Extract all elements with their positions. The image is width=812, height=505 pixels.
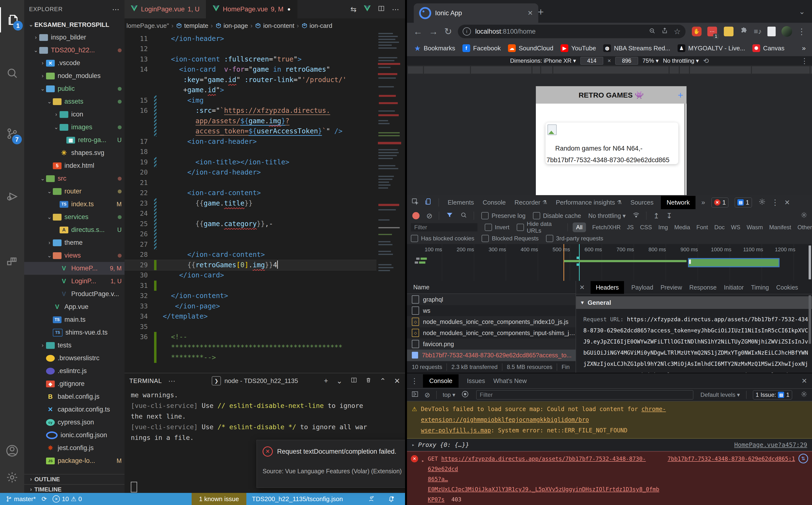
- network-settings-icon[interactable]: [800, 211, 808, 220]
- network-search-icon[interactable]: [460, 211, 467, 220]
- disable-cache-checkbox[interactable]: Disable cache: [533, 212, 581, 219]
- site-info-icon[interactable]: i: [463, 27, 471, 36]
- terminal-session[interactable]: ❯ node - TDS200_h22_1135: [212, 376, 298, 385]
- devtools-tab-sources[interactable]: Sources: [630, 199, 653, 206]
- back-icon[interactable]: ←: [413, 26, 422, 37]
- request-row[interactable]: ws: [407, 305, 575, 316]
- run-debug-icon[interactable]: [0, 184, 24, 209]
- console-sidebar-icon[interactable]: [411, 390, 419, 399]
- request-row[interactable]: 7bb17bf7-7532-4348-8730-629e62dcd865?acc…: [407, 350, 575, 361]
- clear-network-icon[interactable]: ⊘: [426, 212, 432, 220]
- console-log-proxy[interactable]: ▸ Proxy {0: {…}} HomePage.vue?a457:29: [407, 439, 812, 451]
- filter-pill-other[interactable]: Other: [798, 224, 812, 231]
- tab-homepage[interactable]: HomePage.vue9, M ●: [207, 0, 297, 18]
- bookmark-nba[interactable]: ◍NBA Streams Red...: [603, 44, 670, 52]
- browser-tab[interactable]: Ionic App ✕: [414, 3, 538, 23]
- puzzle-extensions-icon[interactable]: [739, 27, 748, 36]
- drawer-tab-what-s-new[interactable]: What's New: [494, 377, 527, 385]
- code-line-24[interactable]: 24: [125, 208, 377, 219]
- details-tab-initiator[interactable]: Initiator: [724, 284, 744, 291]
- extension-badge-icon[interactable]: ⋯1: [707, 27, 717, 36]
- explorer-item-theme[interactable]: ›theme: [24, 236, 125, 249]
- code-line[interactable]: +game.id">: [125, 85, 377, 96]
- filter-pill-all[interactable]: All: [573, 222, 586, 232]
- code-line-11[interactable]: 11 </ion-header>: [125, 34, 377, 44]
- details-tab-headers[interactable]: Headers: [590, 281, 624, 294]
- code-line-19[interactable]: 19 <ion-title></ion-title>: [125, 157, 377, 168]
- explorer-item-jest-config-js[interactable]: ✸jest.config.js: [24, 442, 125, 455]
- details-tab-response[interactable]: Response: [689, 284, 717, 291]
- code-line-17[interactable]: 17 <ion-card-header>: [125, 137, 377, 147]
- breadcrumb-ion-card[interactable]: ion-card: [301, 22, 332, 29]
- filter-pill-img[interactable]: Img: [658, 224, 668, 231]
- filter-pill-doc[interactable]: Doc: [714, 224, 725, 231]
- explorer-item-shapes-svg[interactable]: ✳shapes.svg: [24, 147, 125, 159]
- feedback-icon[interactable]: [368, 493, 376, 505]
- maximize-panel-icon[interactable]: ⌃: [380, 377, 386, 385]
- breadcrumb-ion-content[interactable]: ion-content: [255, 22, 294, 29]
- forward-icon[interactable]: →: [429, 26, 438, 37]
- request-row[interactable]: graphql: [407, 294, 575, 305]
- explorer-item-router[interactable]: ⌄router: [24, 185, 125, 198]
- explorer-item-homep-[interactable]: VHomeP...9, M: [24, 262, 125, 275]
- details-tab-timing[interactable]: Timing: [751, 284, 769, 291]
- source-control-icon[interactable]: 7: [0, 121, 24, 146]
- explorer-item--browserslistrc[interactable]: .browserslistrc: [24, 352, 125, 365]
- code-line-33[interactable]: 33 </ion-page>: [125, 301, 377, 312]
- explorer-item-package-lo-[interactable]: JSpackage-lo...M: [24, 455, 125, 467]
- bookmark-tv[interactable]: ♟MYGOALTV - Live...: [678, 44, 745, 52]
- explorer-item-tests[interactable]: ›tests: [24, 339, 125, 352]
- rotate-icon[interactable]: ⟲: [703, 57, 709, 65]
- devtools-close-icon[interactable]: ✕: [784, 198, 790, 206]
- device-toggle-icon[interactable]: [424, 198, 432, 207]
- download-circle-icon[interactable]: ⇅: [798, 454, 808, 463]
- explorer-item-babel-config-js[interactable]: Bbabel.config.js: [24, 390, 125, 403]
- explorer-item-inspo-bilder[interactable]: ›inspo_bilder: [24, 31, 125, 44]
- terminal-title[interactable]: TERMINAL: [129, 377, 162, 384]
- bookmark-yt[interactable]: ▶YouTube: [561, 44, 596, 52]
- branch-indicator[interactable]: master*: [6, 495, 36, 503]
- new-tab-icon[interactable]: +: [538, 6, 544, 18]
- code-line-29[interactable]: 29 {{retroGames[0].img}}4: [125, 260, 377, 271]
- tab-close-icon[interactable]: ✕: [527, 9, 533, 17]
- explorer-item-src[interactable]: ⌄src: [24, 172, 125, 185]
- blocked-requests-checkbox[interactable]: Blocked Requests: [482, 235, 539, 242]
- code-line-23[interactable]: 23 {{game.title}}: [125, 198, 377, 209]
- game-card[interactable]: Random games for N64 N64,- 7bb17bf7-7532…: [546, 123, 678, 164]
- tab-search-icon[interactable]: ⌄: [799, 7, 805, 16]
- filter-pill-font[interactable]: Font: [696, 224, 708, 231]
- request-row[interactable]: ◇node_modules_ionic_core_components_inde…: [407, 316, 575, 327]
- explorer-item-index-ts[interactable]: TSindex.tsM: [24, 198, 125, 211]
- devtools-overflow-icon[interactable]: »: [701, 198, 705, 206]
- name-column-header[interactable]: Name: [413, 284, 429, 291]
- sync-icon[interactable]: ⟳: [42, 495, 47, 503]
- console-warning[interactable]: ⚠ DevTools failed to load source map: Co…: [407, 401, 812, 439]
- explorer-item-tds200-h22-[interactable]: ⌄TDS200_h22...: [24, 44, 125, 57]
- settings-gear-icon[interactable]: [0, 465, 24, 490]
- code-line-12[interactable]: 12: [125, 44, 377, 54]
- breadcrumb-lomePage-vue-[interactable]: lomePage.vue": [126, 22, 169, 29]
- explorer-item--vscode[interactable]: ›✕.vscode: [24, 57, 125, 69]
- bookmark-fb[interactable]: fFacebook: [462, 44, 501, 52]
- device-width-input[interactable]: 414: [580, 57, 603, 65]
- details-tab-payload[interactable]: Payload: [631, 284, 653, 291]
- bookmark-star-icon[interactable]: ☆: [674, 27, 681, 36]
- adblock-extension-icon[interactable]: ✋: [692, 27, 701, 36]
- code-line-15[interactable]: 15 <img: [125, 96, 377, 106]
- drawer-menu-icon[interactable]: ⋮: [411, 377, 418, 385]
- device-dimensions-select[interactable]: Dimensions: iPhone XR ▾: [510, 57, 576, 64]
- close-panel-icon[interactable]: ✕: [394, 377, 400, 385]
- timeline-section[interactable]: › TIMELINE: [24, 484, 125, 493]
- dirty-dot-icon[interactable]: ●: [287, 6, 290, 12]
- error-source-link[interactable]: 7bb17bf7-7532-4348-8730-629e62dcd865:1: [668, 454, 795, 505]
- code-line-18[interactable]: 18: [125, 147, 377, 157]
- explorer-item-cypress-json[interactable]: cycypress.json: [24, 416, 125, 429]
- zoom-out-icon[interactable]: [649, 27, 656, 36]
- device-height-input[interactable]: 896: [615, 57, 638, 65]
- accounts-icon[interactable]: [0, 438, 24, 463]
- code-line-22[interactable]: 22 <ion-card-content>: [125, 188, 377, 198]
- page-scrollbar[interactable]: [684, 104, 686, 195]
- code-line[interactable]: ****************************************…: [125, 342, 377, 353]
- explorer-item-retro-ga-[interactable]: ▦retro-ga...U: [24, 134, 125, 147]
- panel-extension-icon[interactable]: [768, 27, 776, 36]
